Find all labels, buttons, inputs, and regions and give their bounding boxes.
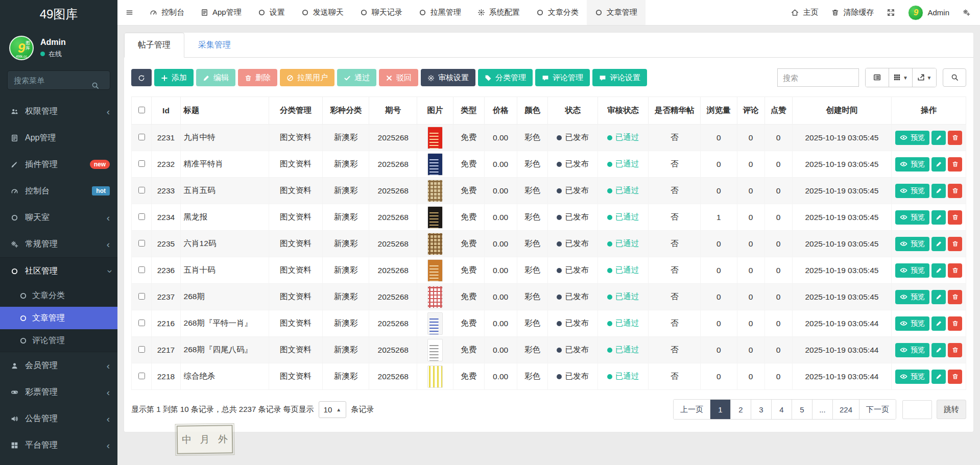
sidebar-subitem[interactable]: 评论管理 bbox=[0, 329, 117, 352]
page-button-3[interactable]: 3 bbox=[751, 400, 772, 419]
select-all-checkbox[interactable] bbox=[138, 107, 145, 113]
post-thumbnail[interactable] bbox=[427, 312, 443, 335]
page-button-4[interactable]: 4 bbox=[772, 400, 792, 419]
sidebar-item[interactable]: 社区管理 ‹ bbox=[0, 258, 117, 284]
delete-row-button[interactable] bbox=[948, 184, 962, 198]
detail-view-button[interactable] bbox=[866, 68, 889, 87]
add-button[interactable]: 添加 bbox=[154, 69, 194, 86]
sidebar-item[interactable]: 彩票管理‹ bbox=[0, 379, 117, 405]
delete-row-button[interactable] bbox=[948, 316, 962, 331]
row-checkbox[interactable] bbox=[138, 134, 145, 140]
post-thumbnail[interactable] bbox=[427, 259, 443, 282]
edit-row-button[interactable] bbox=[931, 290, 946, 304]
jump-button[interactable]: 跳转 bbox=[937, 400, 966, 419]
post-thumbnail[interactable] bbox=[427, 206, 443, 229]
edit-row-button[interactable] bbox=[931, 210, 946, 225]
edit-row-button[interactable] bbox=[931, 184, 946, 198]
post-thumbnail[interactable] bbox=[427, 233, 443, 255]
jump-page-input[interactable] bbox=[902, 400, 932, 419]
post-thumbnail[interactable] bbox=[427, 339, 443, 361]
page-button-上一页[interactable]: 上一页 bbox=[674, 400, 710, 419]
nav-item[interactable]: 设置 bbox=[250, 0, 293, 25]
delete-row-button[interactable] bbox=[948, 237, 962, 251]
sidebar-item[interactable]: 权限管理‹ bbox=[0, 98, 117, 125]
sidebar-item[interactable]: 聊天室‹ bbox=[0, 204, 117, 231]
edit-row-button[interactable] bbox=[931, 131, 946, 145]
nav-item[interactable]: App管理 bbox=[193, 0, 250, 25]
sidebar-item[interactable]: 会员管理‹ bbox=[0, 352, 117, 379]
page-button-1[interactable]: 1 bbox=[710, 400, 731, 419]
row-checkbox[interactable] bbox=[138, 240, 145, 247]
page-button-5[interactable]: 5 bbox=[792, 400, 812, 419]
preview-button[interactable]: 预览 bbox=[895, 343, 929, 357]
app-title[interactable]: 49图库 bbox=[0, 0, 117, 29]
row-checkbox[interactable] bbox=[138, 373, 145, 379]
post-thumbnail[interactable] bbox=[427, 153, 443, 176]
row-checkbox[interactable] bbox=[138, 187, 145, 193]
preview-button[interactable]: 预览 bbox=[895, 131, 929, 145]
clear-cache-button[interactable]: 清除缓存 bbox=[825, 0, 880, 25]
sidebar-toggle-button[interactable] bbox=[117, 0, 141, 25]
page-button-224[interactable]: 224 bbox=[833, 400, 859, 419]
edit-row-button[interactable] bbox=[931, 263, 946, 278]
row-checkbox[interactable] bbox=[138, 213, 145, 220]
sidebar-item[interactable]: App管理 bbox=[0, 125, 117, 151]
settings-button[interactable] bbox=[956, 0, 977, 25]
nav-item[interactable]: 聊天记录 bbox=[352, 0, 411, 25]
edit-button[interactable]: 编辑 bbox=[196, 69, 235, 86]
delete-button[interactable]: 删除 bbox=[238, 69, 277, 86]
avatar[interactable]: 9 图库 49tk.cc bbox=[9, 36, 34, 60]
preview-button[interactable]: 预览 bbox=[895, 157, 929, 172]
preview-button[interactable]: 预览 bbox=[895, 237, 929, 251]
sidebar-item[interactable]: 常规管理‹ bbox=[0, 231, 117, 257]
delete-row-button[interactable] bbox=[948, 210, 962, 225]
edit-row-button[interactable] bbox=[931, 343, 946, 357]
nav-item[interactable]: 控制台 bbox=[141, 0, 193, 25]
post-thumbnail[interactable] bbox=[427, 365, 443, 388]
user-menu[interactable]: 9 Admin bbox=[901, 0, 956, 25]
delete-row-button[interactable] bbox=[948, 263, 962, 278]
page-button-下一页[interactable]: 下一页 bbox=[859, 400, 896, 419]
fullscreen-button[interactable] bbox=[880, 0, 901, 25]
table-search-input[interactable] bbox=[777, 68, 859, 87]
approve-button[interactable]: 通过 bbox=[337, 69, 376, 86]
row-checkbox[interactable] bbox=[138, 160, 145, 167]
comment-settings-button[interactable]: 评论设置 bbox=[592, 69, 647, 86]
row-checkbox[interactable] bbox=[138, 320, 145, 326]
nav-item[interactable]: 系统配置 bbox=[469, 0, 528, 25]
edit-row-button[interactable] bbox=[931, 157, 946, 172]
row-checkbox[interactable] bbox=[138, 346, 145, 353]
sidebar-item[interactable]: 插件管理new bbox=[0, 151, 117, 178]
reject-button[interactable]: 驳回 bbox=[379, 69, 418, 86]
category-manage-button[interactable]: 分类管理 bbox=[478, 69, 533, 86]
nav-item[interactable]: 文章分类 bbox=[528, 0, 587, 25]
edit-row-button[interactable] bbox=[931, 237, 946, 251]
sidebar-item[interactable]: 公告管理‹ bbox=[0, 405, 117, 432]
preview-button[interactable]: 预览 bbox=[895, 370, 929, 384]
page-size-select[interactable]: 10 ▲ bbox=[319, 401, 347, 418]
columns-button[interactable]: ▼ bbox=[889, 68, 913, 87]
edit-row-button[interactable] bbox=[931, 316, 946, 331]
comment-manage-button[interactable]: 评论管理 bbox=[535, 69, 590, 86]
delete-row-button[interactable] bbox=[948, 157, 962, 172]
edit-row-button[interactable] bbox=[931, 370, 946, 384]
post-thumbnail[interactable] bbox=[427, 180, 443, 202]
preview-button[interactable]: 预览 bbox=[895, 316, 929, 331]
sidebar-item[interactable]: 平台管理‹ bbox=[0, 432, 117, 458]
page-button-...[interactable]: ... bbox=[812, 400, 833, 419]
export-button[interactable]: ▼ bbox=[913, 68, 936, 87]
refresh-button[interactable] bbox=[131, 69, 152, 86]
home-button[interactable]: 主页 bbox=[784, 0, 825, 25]
delete-row-button[interactable] bbox=[948, 343, 962, 357]
preview-button[interactable]: 预览 bbox=[895, 290, 929, 304]
row-checkbox[interactable] bbox=[138, 293, 145, 300]
sidebar-item[interactable]: 控制台hot bbox=[0, 178, 117, 204]
row-checkbox[interactable] bbox=[138, 266, 145, 273]
audit-settings-button[interactable]: 审核设置 bbox=[421, 69, 475, 86]
sidebar-subitem[interactable]: 文章管理 bbox=[0, 307, 117, 329]
post-thumbnail[interactable] bbox=[427, 127, 443, 149]
preview-button[interactable]: 预览 bbox=[895, 263, 929, 278]
blacklist-user-button[interactable]: 拉黑用户 bbox=[280, 69, 334, 86]
delete-row-button[interactable] bbox=[948, 370, 962, 384]
nav-item[interactable]: 拉黑管理 bbox=[411, 0, 469, 25]
